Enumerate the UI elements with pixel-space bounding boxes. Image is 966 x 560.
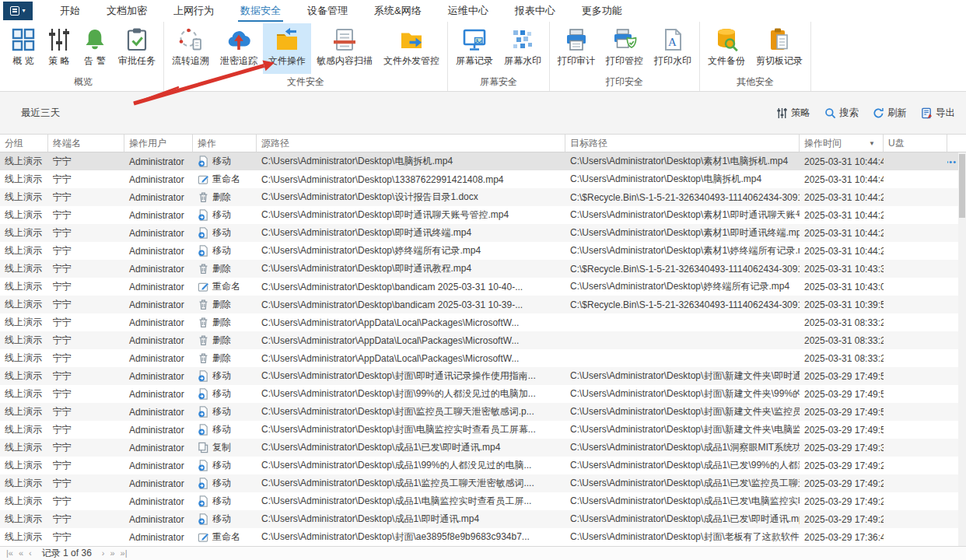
menu-tab-1[interactable]: 文档加密 bbox=[93, 0, 160, 22]
table-row[interactable]: 线上演示宁宁Administrator移动C:\Users\Administra… bbox=[0, 403, 966, 421]
ribbon-button-1-1[interactable]: 泄密追踪 bbox=[215, 23, 263, 74]
ribbon-button-0-0[interactable]: 概 览 bbox=[5, 23, 41, 74]
delete-icon bbox=[198, 352, 209, 364]
cell-group: 线上演示 bbox=[0, 421, 48, 439]
cell-op-text: 移动 bbox=[212, 405, 231, 418]
menu-tab-3[interactable]: 数据安全 bbox=[227, 0, 294, 22]
menu-tab-4[interactable]: 设备管理 bbox=[294, 0, 361, 22]
ribbon-button-1-2[interactable]: 文件操作 bbox=[263, 23, 311, 74]
ribbon-button-2-0[interactable]: 屏幕记录 bbox=[450, 23, 499, 74]
table-row[interactable]: 线上演示宁宁Administrator删除C:\Users\Administra… bbox=[0, 313, 966, 331]
table-row[interactable]: 线上演示宁宁Administrator移动C:\Users\Administra… bbox=[0, 224, 966, 242]
table-row[interactable]: 线上演示宁宁Administrator删除C:\Users\Administra… bbox=[0, 331, 966, 349]
toolbar-action-2[interactable]: 刷新 bbox=[873, 107, 907, 120]
vertical-scrollbar[interactable] bbox=[958, 152, 966, 546]
leak-tracking-icon bbox=[226, 27, 251, 52]
menu-tab-5[interactable]: 系统&网络 bbox=[361, 0, 435, 22]
ribbon-button-0-2[interactable]: 告 警 bbox=[77, 23, 113, 74]
ribbon-button-4-0[interactable]: 文件备份 bbox=[702, 23, 751, 74]
menu-tab-0[interactable]: 开始 bbox=[47, 0, 93, 22]
date-filter-button[interactable]: 最近三天 bbox=[17, 107, 60, 120]
table-row[interactable]: 线上演示宁宁Administrator移动C:\Users\Administra… bbox=[0, 510, 966, 528]
cell-src-text: C:\Users\Administrator\Desktop\bandicam … bbox=[261, 282, 523, 292]
pager-last-button[interactable]: »| bbox=[121, 549, 128, 558]
cell-terminal: 宁宁 bbox=[48, 385, 124, 403]
move-icon bbox=[198, 209, 209, 221]
cell-terminal-text: 宁宁 bbox=[53, 173, 72, 186]
ribbon-group-label: 其他安全 bbox=[702, 74, 808, 91]
cell-time: 2025-03-31 08:33:22 bbox=[800, 331, 884, 349]
column-header-label: 分组 bbox=[5, 137, 23, 150]
menu-tab-6[interactable]: 运维中心 bbox=[435, 0, 502, 22]
cell-op: 删除 bbox=[193, 260, 257, 278]
cell-src: C:\Users\Administrator\Desktop\封面\电脑监控实时… bbox=[257, 421, 565, 439]
cell-dst-text: C:\Users\Administrator\Desktop\电脑拆机.mp4 bbox=[570, 173, 761, 186]
table-row[interactable]: 线上演示宁宁Administrator重命名C:\Users\Administr… bbox=[0, 278, 966, 296]
cell-terminal-text: 宁宁 bbox=[53, 441, 72, 454]
table-row[interactable]: 线上演示宁宁Administrator删除C:\Users\Administra… bbox=[0, 296, 966, 313]
ribbon-button-1-4[interactable]: 文件外发管控 bbox=[378, 23, 445, 74]
cell-terminal-text: 宁宁 bbox=[53, 262, 72, 275]
toolbar-action-1[interactable]: 搜索 bbox=[824, 107, 859, 120]
table-row[interactable]: 线上演示宁宁Administrator移动C:\Users\Administra… bbox=[0, 421, 966, 439]
scrollbar-thumb[interactable] bbox=[959, 154, 965, 218]
ribbon-button-3-2[interactable]: A打印水印 bbox=[649, 23, 697, 74]
column-header-5[interactable]: 目标路径 bbox=[565, 135, 800, 152]
table-row[interactable]: 线上演示宁宁Administrator删除C:\Users\Administra… bbox=[0, 260, 966, 278]
column-header-7[interactable]: U盘 bbox=[884, 135, 947, 152]
menu-tab-2[interactable]: 上网行为 bbox=[160, 0, 227, 22]
table-row[interactable]: 线上演示宁宁Administrator复制C:\Users\Administra… bbox=[0, 439, 966, 457]
column-header-6[interactable]: 操作时间▼ bbox=[800, 135, 884, 152]
column-header-0[interactable]: 分组 bbox=[0, 135, 48, 152]
toolbar-action-3[interactable]: 导出 bbox=[921, 107, 955, 120]
cell-time: 2025-03-31 10:44:20 bbox=[800, 242, 884, 260]
ribbon-button-2-1[interactable]: 屏幕水印 bbox=[499, 23, 547, 74]
app-menu-button[interactable]: ▾ bbox=[3, 2, 33, 20]
pager-first-button[interactable]: |« bbox=[6, 549, 13, 558]
ribbon-button-4-1[interactable]: 剪切板记录 bbox=[751, 23, 808, 74]
menu-tab-7[interactable]: 报表中心 bbox=[502, 0, 569, 22]
table-row[interactable]: 线上演示宁宁Administrator重命名C:\Users\Administr… bbox=[0, 528, 966, 546]
cell-terminal-text: 宁宁 bbox=[53, 155, 72, 168]
cell-terminal: 宁宁 bbox=[48, 367, 124, 385]
pager-prev-button[interactable]: ‹ bbox=[29, 549, 32, 558]
column-header-4[interactable]: 源路径 bbox=[257, 135, 565, 152]
table-row[interactable]: 线上演示宁宁Administrator删除C:\Users\Administra… bbox=[0, 188, 966, 206]
column-header-1[interactable]: 终端名 bbox=[48, 135, 124, 152]
menu-tab-8[interactable]: 更多功能 bbox=[569, 0, 635, 22]
cell-usb bbox=[884, 492, 947, 510]
svg-text:A: A bbox=[668, 36, 677, 48]
column-header-3[interactable]: 操作 bbox=[193, 135, 257, 152]
file-operations-table: 分组终端名操作用户操作源路径目标路径操作时间▼U盘 线上演示宁宁Administ… bbox=[0, 134, 966, 546]
cell-group-text: 线上演示 bbox=[5, 495, 42, 508]
table-row[interactable]: 线上演示宁宁Administrator移动C:\Users\Administra… bbox=[0, 457, 966, 474]
alert-bell-icon bbox=[82, 27, 107, 52]
pager-next-page-button[interactable]: » bbox=[110, 549, 114, 558]
table-row[interactable]: 线上演示宁宁Administrator删除C:\Users\Administra… bbox=[0, 349, 966, 367]
table-row[interactable]: 线上演示宁宁Administrator移动C:\Users\Administra… bbox=[0, 152, 966, 170]
pager-prev-page-button[interactable]: « bbox=[19, 549, 23, 558]
ribbon-button-3-1[interactable]: 打印管控 bbox=[600, 23, 649, 74]
table-row[interactable]: 线上演示宁宁Administrator移动C:\Users\Administra… bbox=[0, 242, 966, 260]
cell-user: Administrator bbox=[124, 278, 193, 296]
table-row[interactable]: 线上演示宁宁Administrator移动C:\Users\Administra… bbox=[0, 385, 966, 403]
ribbon-button-0-1[interactable]: 策 略 bbox=[41, 23, 77, 74]
table-row[interactable]: 线上演示宁宁Administrator移动C:\Users\Administra… bbox=[0, 367, 966, 385]
cell-usb bbox=[884, 242, 947, 260]
table-row[interactable]: 线上演示宁宁Administrator移动C:\Users\Administra… bbox=[0, 474, 966, 492]
ribbon-button-1-3[interactable]: 敏感内容扫描 bbox=[311, 23, 378, 74]
table-row[interactable]: 线上演示宁宁Administrator重命名C:\Users\Administr… bbox=[0, 170, 966, 188]
ribbon-button-3-0[interactable]: 打印审计 bbox=[552, 23, 600, 74]
pager-next-button[interactable]: › bbox=[102, 549, 105, 558]
column-header-2[interactable]: 操作用户 bbox=[124, 135, 193, 152]
cell-time: 2025-03-29 17:49:20 bbox=[800, 510, 884, 528]
table-row[interactable]: 线上演示宁宁Administrator移动C:\Users\Administra… bbox=[0, 206, 966, 224]
table-row[interactable]: 线上演示宁宁Administrator移动C:\Users\Administra… bbox=[0, 492, 966, 510]
row-more-actions-button[interactable]: ••• bbox=[947, 157, 957, 166]
ribbon-button-1-0[interactable]: 流转追溯 bbox=[166, 23, 215, 74]
cell-group-text: 线上演示 bbox=[5, 405, 42, 418]
cell-user: Administrator bbox=[124, 313, 193, 331]
toolbar-action-0[interactable]: 策略 bbox=[776, 107, 810, 120]
ribbon-button-0-3[interactable]: 审批任务 bbox=[113, 23, 161, 74]
cell-dst: C:\Users\Administrator\Desktop\封面\新建文件夹\… bbox=[565, 403, 800, 421]
